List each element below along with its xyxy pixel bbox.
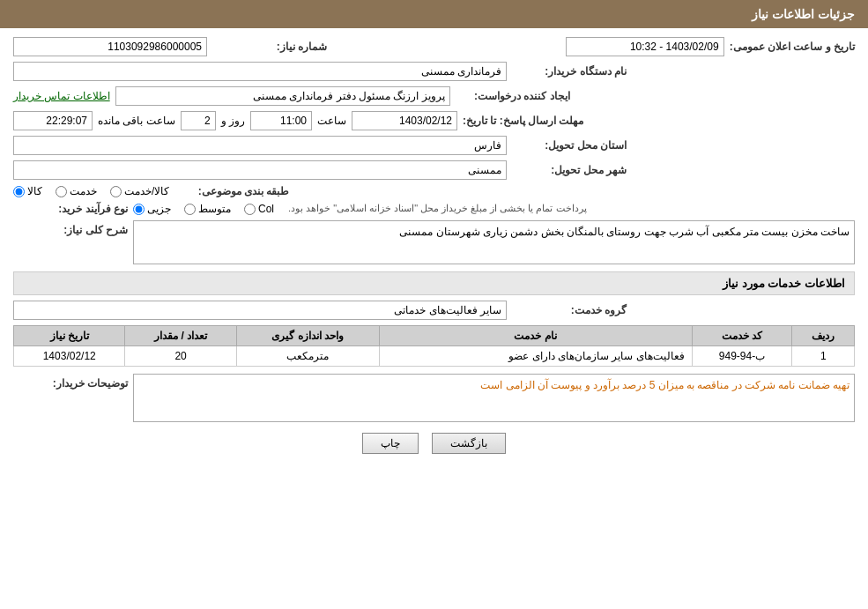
col-unit: واحد اندازه گیری [236, 326, 379, 346]
tabaqe-kala-khidmat-label: کالا/خدمت [124, 185, 169, 197]
farayand-label: نوع فرآیند خرید: [13, 203, 128, 215]
time-input[interactable] [250, 111, 312, 130]
cell-count: 20 [125, 346, 236, 367]
col-date: تاریخ نیاز [14, 326, 125, 346]
farayand-jozi-radio[interactable] [133, 204, 145, 215]
announce-input[interactable] [566, 37, 724, 56]
tabaqe-kala-radio[interactable] [13, 186, 25, 197]
goroh-input[interactable] [13, 301, 507, 320]
remaining-label: ساعت باقی مانده [98, 115, 175, 127]
farayand-motavasset-radio[interactable] [184, 204, 196, 215]
ostan-input[interactable] [13, 136, 507, 155]
announce-label: تاریخ و ساعت اعلان عمومی: [730, 41, 855, 53]
farayand-motavasset[interactable]: متوسط [184, 203, 231, 215]
tabaqe-group: کالا/خدمت خدمت کالا [13, 185, 169, 197]
tozihat-text: تهیه ضمانت نامه شرکت در مناقصه به میزان … [480, 379, 849, 391]
tozihat-label: توضیحات خریدار: [13, 377, 128, 390]
shahr-input[interactable] [13, 160, 507, 180]
col-code: کد خدمت [692, 326, 792, 346]
shahr-label: شهر محل تحویل: [512, 164, 627, 176]
col-radif: ردیف [792, 326, 855, 346]
date-label: مهلت ارسال پاسخ: تا تاریخ: [463, 115, 583, 127]
tabaqe-khidmat[interactable]: خدمت [56, 185, 97, 197]
contact-link[interactable]: اطلاعات تماس خریدار [13, 90, 110, 102]
cell-unit: مترمکعب [236, 346, 379, 367]
tabaqe-khidmat-label: خدمت [70, 185, 97, 197]
farayand-jozi[interactable]: جزیی [133, 203, 171, 215]
goroh-label: گروه خدمت: [512, 304, 627, 316]
darkhast-label: نام دستگاه خریدار: [512, 65, 627, 78]
creator-label: ایجاد کننده درخواست: [456, 90, 570, 102]
col-name: نام خدمت [379, 326, 692, 346]
button-row: بازگشت چاپ [13, 433, 855, 467]
tozihat-box: تهیه ضمانت نامه شرکت در مناقصه به میزان … [133, 374, 855, 422]
farayand-jozi-label: جزیی [147, 203, 171, 215]
tabaqe-kala-khidmat-radio[interactable] [110, 186, 122, 197]
farayand-col-label: Col [258, 203, 274, 215]
ostan-label: استان محل تحویل: [512, 139, 627, 152]
farayand-col-radio[interactable] [244, 204, 256, 215]
table-row: 1 ب-94-949 فعالیت‌های سایر سازمان‌های دا… [14, 346, 855, 367]
services-table: ردیف کد خدمت نام خدمت واحد اندازه گیری ت… [13, 325, 855, 367]
back-button[interactable]: بازگشت [432, 433, 506, 454]
day-label: روز و [221, 115, 245, 127]
farayand-group: Col متوسط جزیی [133, 203, 274, 215]
date-input[interactable] [352, 111, 457, 130]
khadamat-header: اطلاعات خدمات مورد نیاز [13, 271, 855, 295]
remaining-input[interactable] [13, 111, 93, 130]
creator-input[interactable] [115, 86, 450, 106]
day-input[interactable] [181, 111, 216, 130]
cell-date: 1403/02/12 [14, 346, 125, 367]
farayand-motavasset-label: متوسط [198, 203, 231, 215]
tabaqe-kala[interactable]: کالا [13, 185, 42, 197]
sharh-box: ساخت مخزن بیست متر مکعبی آب شرب جهت روست… [133, 220, 855, 264]
farayand-col[interactable]: Col [244, 203, 274, 215]
niyaz-label: شماره نیاز: [212, 41, 327, 53]
niyaz-input[interactable] [13, 37, 207, 56]
print-button[interactable]: چاپ [362, 433, 419, 454]
tabaqe-label: طبقه بندی موضوعی: [174, 185, 289, 197]
sharh-label: شرح کلی نیاز: [13, 224, 128, 236]
farayand-note: پرداخت تمام یا بخشی از مبلغ خریداز محل "… [288, 203, 591, 214]
col-count: تعداد / مقدار [125, 326, 236, 346]
cell-code: ب-94-949 [692, 346, 792, 367]
cell-name: فعالیت‌های سایر سازمان‌های دارای عضو [379, 346, 692, 367]
tabaqe-khidmat-radio[interactable] [56, 186, 67, 197]
tabaqe-kala-khidmat[interactable]: کالا/خدمت [110, 185, 169, 197]
time-label: ساعت [317, 115, 346, 127]
cell-radif: 1 [792, 346, 855, 367]
darkhast-input[interactable] [13, 62, 507, 81]
page-title: جزئیات اطلاعات نیاز [0, 0, 868, 28]
tabaqe-kala-label: کالا [27, 185, 42, 197]
